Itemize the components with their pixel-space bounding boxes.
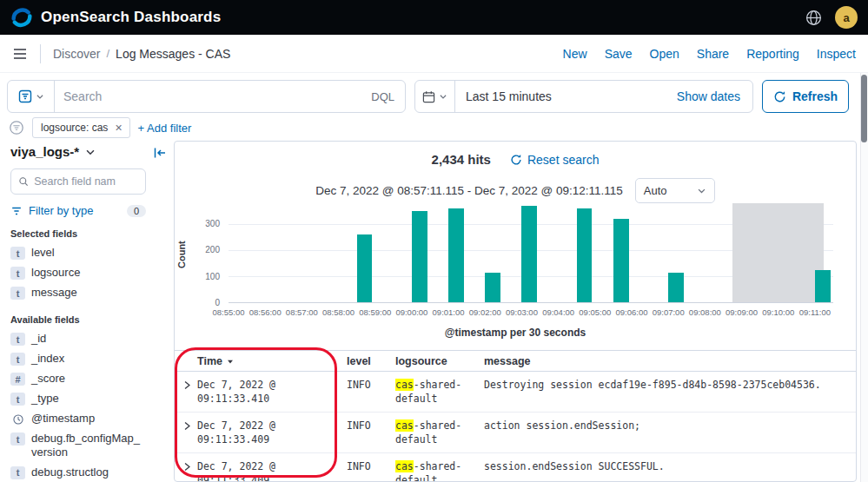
histogram-bar[interactable] — [412, 211, 427, 302]
saved-query-button[interactable] — [8, 81, 55, 112]
menu-button[interactable] — [12, 46, 28, 62]
calendar-icon — [422, 90, 435, 103]
x-axis-tick-label: 08:58:00 — [322, 307, 354, 317]
histogram-bar[interactable] — [448, 208, 464, 302]
field-item-_score[interactable]: #_score — [10, 369, 160, 389]
breadcrumb-discover[interactable]: Discover — [53, 47, 100, 61]
field-item-debug.fb_configMap_version[interactable]: tdebug.fb_configMap_version — [10, 429, 160, 463]
y-axis-tick-label: 0 — [215, 298, 220, 307]
opensearch-home-link[interactable]: OpenSearch Dashboards — [10, 6, 221, 29]
histogram-bar[interactable] — [668, 273, 684, 303]
field-item-debug.structlog[interactable]: tdebug.structlog — [10, 463, 160, 482]
selected-fields-heading: Selected fields — [10, 228, 160, 239]
query-bar: DQL Last 15 minutes Show dates Refresh — [7, 80, 849, 113]
x-axis-tick-label: 09:11:00 — [799, 307, 831, 317]
field-item-@timestamp[interactable]: @timestamp — [10, 409, 160, 429]
interval-select[interactable]: Auto — [635, 178, 715, 203]
brand-title: OpenSearch Dashboards — [41, 9, 221, 26]
field-item-_type[interactable]: t_type — [10, 389, 160, 409]
field-name: _type — [31, 392, 59, 406]
table-body: Dec 7, 2022 @ 09:11:33.410INFOcas-shared… — [175, 372, 856, 482]
level-cell: INFO — [347, 419, 395, 432]
index-pattern-selector[interactable]: viya_logs-* — [10, 144, 141, 159]
column-header-message[interactable]: message — [484, 355, 856, 367]
x-axis: 08:55:0008:56:0008:57:0008:58:0008:59:00… — [229, 307, 833, 318]
expand-row-button[interactable] — [182, 379, 197, 394]
column-header-time-label: Time — [197, 355, 222, 367]
field-item-message[interactable]: tmessage — [10, 283, 160, 303]
time-range-value[interactable]: Last 15 minutes — [455, 81, 562, 112]
field-item-level[interactable]: tlevel — [10, 243, 160, 263]
toolbar-action-new[interactable]: New — [563, 47, 587, 61]
calendar-button[interactable] — [415, 81, 455, 112]
string-field-icon: t — [10, 353, 25, 366]
column-header-time[interactable]: Time — [197, 355, 347, 367]
field-item-_index[interactable]: t_index — [10, 349, 160, 369]
interval-value: Auto — [644, 184, 667, 197]
field-name: debug.structlog — [31, 465, 109, 479]
add-filter-link[interactable]: + Add filter — [138, 122, 192, 135]
column-header-logsource[interactable]: logsource — [395, 355, 484, 367]
filter-set-icon[interactable] — [9, 120, 24, 135]
reset-search-icon — [510, 154, 522, 166]
field-item-logsource[interactable]: tlogsource — [10, 263, 160, 283]
filter-by-type-toggle[interactable]: Filter by type 0 — [10, 204, 146, 217]
filter-pill-logsource[interactable]: logsource: cas × — [32, 117, 130, 138]
field-name: _score — [31, 372, 65, 386]
expand-chevron-icon — [182, 461, 193, 472]
x-axis-tick-label: 09:00:00 — [395, 307, 427, 317]
refresh-icon — [773, 90, 786, 103]
histogram-bar[interactable] — [577, 208, 593, 302]
refresh-button[interactable]: Refresh — [762, 80, 849, 113]
histogram-bar[interactable] — [521, 206, 537, 302]
histogram-bar[interactable] — [815, 270, 831, 303]
query-language-button[interactable]: DQL — [361, 81, 405, 112]
histogram-bar[interactable] — [613, 219, 629, 302]
histogram-chart[interactable] — [229, 203, 833, 303]
field-name: @timestamp — [31, 412, 95, 426]
opensearch-dashboards-page: OpenSearch Dashboards a Discover / Log M… — [0, 0, 868, 482]
x-axis-tick-label: 09:06:00 — [616, 307, 648, 317]
reset-search-button[interactable]: Reset search — [510, 153, 599, 167]
toolbar-action-share[interactable]: Share — [697, 47, 729, 61]
toolbar-action-open[interactable]: Open — [650, 47, 679, 61]
page-scrollbar[interactable] — [860, 73, 868, 482]
expand-row-button[interactable] — [182, 460, 197, 476]
scrollbar-thumb[interactable] — [861, 75, 867, 142]
table-header-row: Time level logsource message — [175, 350, 856, 372]
collapse-sidebar-button[interactable] — [153, 146, 167, 163]
histogram-bar[interactable] — [485, 273, 500, 303]
search-icon — [18, 175, 29, 188]
expand-chevron-icon — [182, 380, 193, 391]
sort-descending-icon[interactable] — [226, 357, 235, 366]
toolbar-action-inspect[interactable]: Inspect — [817, 47, 856, 61]
show-dates-link[interactable]: Show dates — [665, 81, 752, 112]
filter-by-type-label: Filter by type — [29, 204, 93, 217]
field-item-_id[interactable]: t_id — [10, 329, 160, 349]
expand-row-button[interactable] — [182, 419, 197, 435]
toolbar-action-reporting[interactable]: Reporting — [746, 47, 799, 61]
globe-icon[interactable] — [805, 9, 823, 27]
x-axis-tick-label: 08:59:00 — [359, 307, 391, 317]
index-pattern-name: viya_logs-* — [10, 144, 79, 159]
field-search-input[interactable] — [34, 175, 138, 188]
x-axis-tick-label: 09:04:00 — [542, 307, 574, 317]
user-avatar[interactable]: a — [835, 6, 858, 29]
x-axis-tick-label: 09:10:00 — [762, 307, 794, 317]
saved-query-icon — [18, 89, 32, 103]
remove-filter-icon[interactable]: × — [111, 121, 125, 135]
search-input[interactable] — [55, 81, 361, 112]
toolbar-action-save[interactable]: Save — [605, 47, 633, 61]
filter-by-type-count-badge: 0 — [127, 205, 146, 217]
filter-icon — [10, 205, 23, 217]
y-axis-tick-label: 100 — [205, 272, 220, 281]
x-axis-tick-label: 09:03:00 — [506, 307, 538, 317]
column-header-level[interactable]: level — [347, 355, 395, 367]
histogram-bar[interactable] — [357, 234, 373, 302]
field-name: debug.fb_configMap_version — [31, 432, 141, 460]
available-fields-heading: Available fields — [10, 314, 160, 325]
discover-results-panel: 2,434 hits Reset search Dec 7, 2022 @ 08… — [174, 141, 857, 482]
hits-label: hits — [467, 152, 491, 167]
time-cell: Dec 7, 2022 @ 09:11:33.409 — [197, 459, 347, 482]
x-axis-tick-label: 09:05:00 — [579, 307, 611, 317]
